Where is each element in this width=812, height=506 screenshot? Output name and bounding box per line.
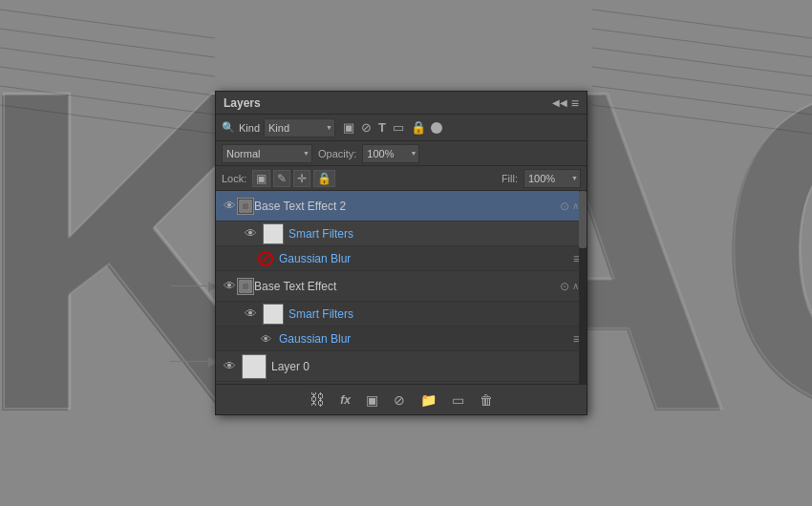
layer-0-thumb	[242, 354, 267, 379]
layers-panel: Layers ◀◀ ≡ 🔍 Kind Kind Name Effect Mode…	[215, 91, 588, 415]
lock-row: Lock: ▣ ✎ ✛ 🔒 Fill: 100% 90% 75% 50% 25%…	[216, 166, 587, 191]
layer-item-smart-filters-2[interactable]: 👁 Smart Filters	[216, 221, 587, 246]
footer-adjustment-icon[interactable]: ⊘	[390, 390, 409, 410]
panel-footer: ⛓ fx ▣ ⊘ 📁 ▭ 🗑	[216, 384, 587, 414]
layer-name-smart-filters-2: Smart Filters	[288, 227, 581, 241]
filter-kind-wrapper: Kind Name Effect Mode Attribute Color Sm…	[264, 118, 335, 137]
layer-item-base-text-effect[interactable]: 👁 Base Text Effect ⊙ ∧	[216, 271, 587, 302]
layer-item-base-text-effect-2[interactable]: 👁 Base Text Effect 2 ⊙ ∧	[216, 191, 587, 221]
panel-menu-button[interactable]: ≡	[571, 96, 579, 110]
layers-list[interactable]: 👁 Base Text Effect 2 ⊙ ∧ 👁 Smart Filters	[216, 191, 587, 384]
smart-object-icon-base-text	[237, 278, 254, 295]
svg-rect-22	[243, 284, 248, 289]
filter-type-icon[interactable]: T	[376, 119, 388, 136]
layer-name-base-text-effect-2: Base Text Effect 2	[254, 200, 560, 213]
blend-mode-wrapper: Normal Dissolve Multiply Screen Overlay	[222, 144, 312, 163]
filter-label: Kind	[239, 122, 260, 134]
footer-link-icon[interactable]: ⛓	[306, 390, 329, 411]
fill-label: Fill:	[502, 173, 518, 184]
filter-lock-icon[interactable]: 🔒	[409, 119, 428, 136]
panel-header: Layers ◀◀ ≡	[216, 92, 587, 115]
panel-controls: ◀◀ ≡	[552, 96, 579, 110]
lock-label: Lock:	[222, 173, 246, 184]
layer-name-gaussian-blur-2: Gaussian Blur	[279, 252, 573, 265]
filter-shape-icon[interactable]: ▭	[391, 119, 406, 136]
svg-rect-19	[243, 203, 248, 209]
panel-collapse-arrows[interactable]: ◀◀	[552, 97, 567, 108]
opacity-select[interactable]: 100% 90% 80% 75% 50% 25% 0%	[362, 144, 419, 163]
smart-filters-thumb-1	[263, 304, 284, 325]
layer-item-gaussian-blur-1[interactable]: 👁 Gaussian Blur ≡	[216, 327, 587, 351]
filter-row: 🔍 Kind Kind Name Effect Mode Attribute C…	[216, 115, 587, 141]
lock-all-icon[interactable]: 🔒	[313, 170, 335, 187]
fill-wrapper: 100% 90% 75% 50% 25% 0%	[524, 169, 581, 188]
layer-item-gaussian-blur-2[interactable]: Gaussian Blur ≡	[216, 246, 587, 271]
blend-mode-select[interactable]: Normal Dissolve Multiply Screen Overlay	[222, 144, 312, 163]
footer-fx-button[interactable]: fx	[336, 391, 354, 409]
layer-item-smart-filters-1[interactable]: 👁 Smart Filters	[216, 302, 587, 327]
layer-collapse-2[interactable]: ∧	[572, 200, 579, 211]
lock-move-icon[interactable]: ✛	[293, 170, 310, 187]
layer-right-icons-1: ⊙ ∧	[560, 280, 581, 293]
fill-select[interactable]: 100% 90% 75% 50% 25% 0%	[524, 169, 581, 188]
layer-collapse-1[interactable]: ∧	[572, 281, 579, 291]
visibility-eye-layer-0[interactable]: 👁	[222, 359, 237, 374]
visibility-eye-smart-filters-1[interactable]: 👁	[243, 306, 258, 322]
visibility-eye-base-text[interactable]: 👁	[222, 279, 237, 294]
opacity-wrapper: 100% 90% 80% 75% 50% 25% 0%	[362, 144, 419, 163]
layer-item-layer-0[interactable]: 👁 Layer 0	[216, 351, 587, 382]
visibility-eye-base-text-2[interactable]: 👁	[222, 199, 237, 214]
footer-new-layer-icon[interactable]: ▭	[448, 390, 468, 410]
smart-filters-thumb-2	[263, 223, 284, 244]
layer-right-icons-2: ⊙ ∧	[560, 200, 581, 213]
filter-circle-icon[interactable]	[431, 122, 442, 134]
footer-group-icon[interactable]: 📁	[417, 390, 440, 410]
lock-transparency-icon[interactable]: ▣	[252, 170, 270, 187]
footer-delete-icon[interactable]: 🗑	[476, 390, 497, 410]
opacity-label: Opacity:	[318, 148, 356, 159]
layer-name-layer-0: Layer 0	[271, 360, 581, 373]
layer-name-gaussian-blur-1: Gaussian Blur	[279, 332, 573, 346]
panel-title: Layers	[224, 96, 261, 110]
filter-icons: ▣ ⊘ T ▭ 🔒	[341, 119, 442, 136]
smart-object-icon-base-text-2	[237, 198, 254, 215]
blend-row: Normal Dissolve Multiply Screen Overlay …	[216, 141, 587, 166]
gaussian-blur-2-disabled-icon	[258, 251, 273, 266]
lock-paint-icon[interactable]: ✎	[273, 170, 290, 187]
layer-options-icon-2[interactable]: ⊙	[560, 200, 569, 213]
filter-pixel-icon[interactable]: ▣	[341, 119, 356, 136]
filter-adjustment-icon[interactable]: ⊘	[359, 119, 374, 136]
lock-icons-group: ▣ ✎ ✛ 🔒	[252, 170, 335, 187]
filter-kind-select[interactable]: Kind Name Effect Mode Attribute Color Sm…	[264, 118, 335, 137]
layer-name-smart-filters-1: Smart Filters	[288, 307, 581, 321]
visibility-eye-gaussian-1[interactable]: 👁	[258, 331, 273, 347]
visibility-eye-smart-filters-2[interactable]: 👁	[243, 226, 258, 242]
footer-new-fill-icon[interactable]: ▣	[362, 390, 382, 410]
layer-options-icon-1[interactable]: ⊙	[560, 280, 569, 293]
layer-name-base-text-effect: Base Text Effect	[254, 280, 560, 293]
